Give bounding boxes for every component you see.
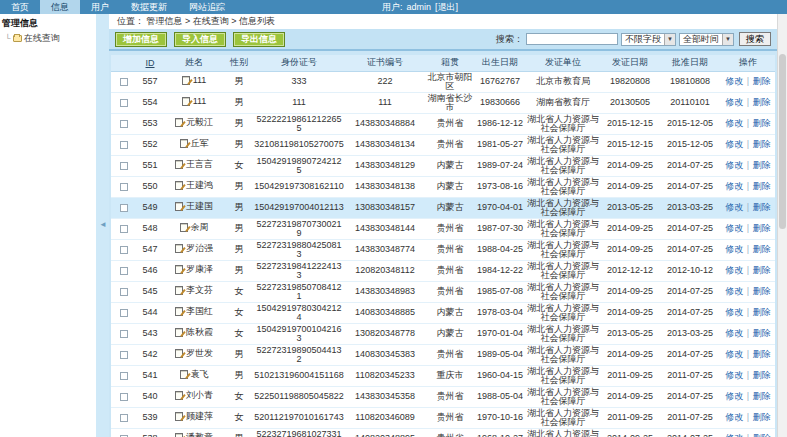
sidebar-item-online-query[interactable]: └ 在线查询	[0, 32, 96, 45]
edit-link[interactable]: 修改	[725, 139, 743, 149]
row-checkbox[interactable]	[120, 120, 128, 128]
edit-link[interactable]: 修改	[725, 286, 743, 296]
delete-link[interactable]: 删除	[753, 391, 771, 401]
edit-record-icon[interactable]	[175, 118, 183, 127]
edit-link[interactable]: 修改	[725, 181, 743, 191]
tab-data-update[interactable]: 数据更新	[120, 0, 178, 14]
delete-link[interactable]: 删除	[753, 223, 771, 233]
edit-link[interactable]: 修改	[725, 202, 743, 212]
import-button[interactable]: 导入信息	[174, 32, 226, 47]
delete-link[interactable]: 删除	[753, 349, 771, 359]
edit-record-icon[interactable]	[175, 202, 183, 211]
row-checkbox[interactable]	[120, 267, 128, 275]
edit-link[interactable]: 修改	[725, 223, 743, 233]
edit-record-icon[interactable]	[175, 307, 183, 316]
delete-link[interactable]: 删除	[753, 202, 771, 212]
logout-link[interactable]: [退出]	[435, 1, 458, 14]
edit-link[interactable]: 修改	[725, 328, 743, 338]
tab-site-track[interactable]: 网站追踪	[178, 0, 236, 14]
edit-link[interactable]: 修改	[725, 307, 743, 317]
edit-link[interactable]: 修改	[725, 160, 743, 170]
cell-cert_number: 143830348134	[345, 134, 425, 155]
tab-home[interactable]: 首页	[0, 0, 40, 14]
edit-link[interactable]: 修改	[725, 244, 743, 254]
cell-issuer: 湖北省人力资源与社会保障厅	[525, 155, 601, 176]
column-header-0[interactable]: ID	[137, 55, 163, 71]
edit-link[interactable]: 修改	[725, 265, 743, 275]
delete-link[interactable]: 删除	[753, 370, 771, 380]
edit-record-icon[interactable]	[182, 97, 190, 106]
row-checkbox[interactable]	[120, 99, 128, 107]
edit-link[interactable]: 修改	[725, 433, 743, 437]
row-checkbox[interactable]	[120, 225, 128, 233]
delete-link[interactable]: 删除	[753, 181, 771, 191]
edit-link[interactable]: 修改	[725, 412, 743, 422]
add-button[interactable]: 增加信息	[115, 32, 167, 47]
tab-users[interactable]: 用户	[80, 0, 120, 14]
edit-record-icon[interactable]	[175, 244, 183, 253]
delete-link[interactable]: 删除	[753, 433, 771, 437]
edit-record-icon[interactable]	[175, 349, 183, 358]
search-button[interactable]: 搜索	[739, 32, 771, 46]
cell-name: 潘教章	[163, 428, 225, 437]
row-checkbox[interactable]	[120, 78, 128, 86]
vertical-scrollbar[interactable]	[777, 14, 787, 437]
cell-issuer: 湖南省教育厅	[525, 92, 601, 113]
delete-link[interactable]: 删除	[753, 244, 771, 254]
row-checkbox[interactable]	[120, 393, 128, 401]
row-checkbox[interactable]	[120, 372, 128, 380]
delete-link[interactable]: 删除	[753, 307, 771, 317]
row-checkbox[interactable]	[120, 204, 128, 212]
edit-link[interactable]: 修改	[725, 391, 743, 401]
delete-link[interactable]: 删除	[753, 97, 771, 107]
row-checkbox[interactable]	[120, 414, 128, 422]
edit-record-icon[interactable]	[180, 370, 188, 379]
cell-cert_number: 143830348129	[345, 155, 425, 176]
row-checkbox[interactable]	[120, 288, 128, 296]
edit-record-icon[interactable]	[175, 412, 183, 421]
edit-record-icon[interactable]	[175, 391, 183, 400]
sidebar-divider-strip: ◄	[96, 14, 109, 437]
scrollbar-thumb[interactable]	[779, 54, 786, 229]
delete-link[interactable]: 删除	[753, 139, 771, 149]
sidebar-collapse-icon[interactable]: ◄	[99, 220, 107, 229]
edit-record-icon[interactable]	[182, 76, 190, 85]
edit-record-icon[interactable]	[175, 265, 183, 274]
delete-link[interactable]: 删除	[753, 265, 771, 275]
edit-record-icon[interactable]	[175, 181, 183, 190]
edit-link[interactable]: 修改	[725, 349, 743, 359]
search-time-select[interactable]: 全部时间 ▼	[679, 33, 734, 46]
search-input[interactable]	[526, 33, 618, 45]
cell-id_number: 333	[253, 71, 345, 92]
delete-link[interactable]: 删除	[753, 286, 771, 296]
cell-issuer: 湖北省人力资源与社会保障厅	[525, 302, 601, 323]
row-checkbox[interactable]	[120, 330, 128, 338]
delete-link[interactable]: 删除	[753, 412, 771, 422]
cell-approve_date: 2014-07-25	[659, 344, 721, 365]
row-checkbox[interactable]	[120, 309, 128, 317]
delete-link[interactable]: 删除	[753, 328, 771, 338]
row-checkbox[interactable]	[120, 183, 128, 191]
table-row: 551王言言女150429198907242125143830348129内蒙古…	[111, 155, 775, 176]
delete-link[interactable]: 删除	[753, 76, 771, 86]
edit-record-icon[interactable]	[180, 223, 188, 232]
edit-record-icon[interactable]	[180, 139, 188, 148]
row-checkbox[interactable]	[120, 351, 128, 359]
row-checkbox[interactable]	[120, 246, 128, 254]
row-checkbox[interactable]	[120, 141, 128, 149]
row-checkbox[interactable]	[120, 162, 128, 170]
tab-info[interactable]: 信息	[40, 0, 80, 14]
delete-link[interactable]: 删除	[753, 118, 771, 128]
edit-link[interactable]: 修改	[725, 370, 743, 380]
row-select-cell	[111, 428, 137, 437]
edit-link[interactable]: 修改	[725, 76, 743, 86]
search-field-select[interactable]: 不限字段 ▼	[621, 33, 676, 46]
delete-link[interactable]: 删除	[753, 160, 771, 170]
edit-link[interactable]: 修改	[725, 97, 743, 107]
export-button[interactable]: 导出信息	[233, 32, 285, 47]
edit-record-icon[interactable]	[175, 433, 183, 437]
edit-record-icon[interactable]	[175, 328, 183, 337]
edit-link[interactable]: 修改	[725, 118, 743, 128]
edit-record-icon[interactable]	[175, 286, 183, 295]
edit-record-icon[interactable]	[175, 160, 183, 169]
